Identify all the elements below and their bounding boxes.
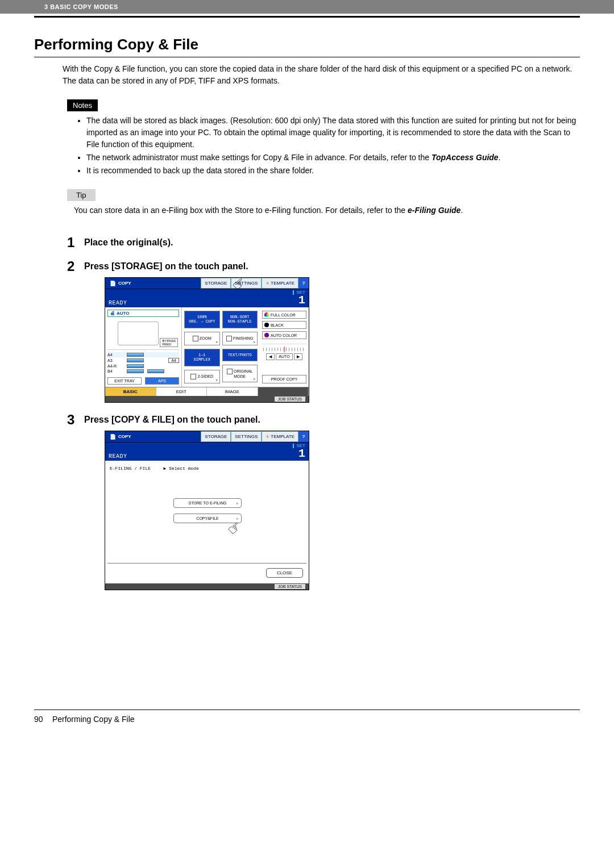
copy-mode-tab[interactable]: COPY	[105, 278, 136, 289]
store-to-efiling-button[interactable]: STORE TO E-FILING	[173, 498, 242, 508]
page-footer: 90 Performing Copy & File	[34, 710, 580, 724]
step-1: 1 Place the original(s).	[67, 236, 580, 249]
auto-color-button[interactable]: AUTO COLOR	[262, 331, 306, 339]
aps-button[interactable]: APS	[145, 377, 179, 385]
tray-row[interactable]: B4	[107, 369, 179, 374]
tray-row[interactable]: A4-R	[107, 364, 179, 369]
step-number: 2	[67, 260, 84, 273]
tip-label: Tip	[67, 189, 96, 201]
chapter-header: 3 BASIC COPY MODES	[0, 0, 614, 14]
status-ready: READY	[109, 300, 127, 306]
status-ready: READY	[109, 453, 127, 460]
density-auto-button[interactable]: AUTO	[276, 353, 292, 360]
density-slider[interactable]: ◀AUTO▶	[262, 344, 306, 360]
printer-icon	[107, 318, 179, 350]
density-left-icon[interactable]: ◀	[266, 353, 275, 360]
page-title: Performing Copy & File	[34, 21, 580, 57]
help-button[interactable]: ?	[298, 431, 309, 442]
step-2: 2 Press [STORAGE] on the touch panel. CO…	[67, 260, 580, 403]
settings-button[interactable]: SETTINGS	[231, 278, 262, 289]
copy-count: 1	[293, 295, 305, 306]
settings-button[interactable]: SETTINGS	[231, 431, 262, 442]
job-status-bar[interactable]: JOB STATUS	[105, 396, 309, 402]
two-sided-button[interactable]: 2-SIDED	[184, 370, 220, 383]
step-title: Press [STORAGE] on the touch panel.	[84, 261, 580, 272]
select-mode-label: Select mode	[164, 466, 199, 471]
copy-and-file-button[interactable]: COPY&FILE	[173, 514, 242, 523]
header-rule	[34, 16, 580, 18]
footer-title: Performing Copy & File	[52, 715, 135, 724]
step-title: Place the original(s).	[84, 237, 580, 248]
original-mode-button[interactable]: ORIGINAL MODE	[222, 365, 258, 382]
touch-panel-screenshot-1: COPY STORAGE SETTINGS TEMPLATE ? READY S…	[105, 277, 309, 403]
notes-list: The data will be stored as black images.…	[63, 115, 580, 177]
simplex-value: 1→1 SIMPLEX	[184, 349, 220, 366]
step-number: 3	[67, 413, 84, 427]
proof-copy-button[interactable]: PROOF COPY	[262, 375, 306, 383]
full-color-button[interactable]: FULL COLOR	[262, 311, 306, 319]
zoom-button[interactable]: ZOOM	[184, 332, 220, 345]
tip-text: You can store data in an e-Filing box wi…	[63, 205, 580, 216]
chapter-header-text: 3 BASIC COPY MODES	[10, 3, 614, 10]
finishing-button[interactable]: FINISHING	[222, 332, 258, 345]
black-button[interactable]: BLACK	[262, 321, 306, 329]
notes-label: Notes	[67, 99, 98, 111]
title-rule	[34, 57, 580, 57]
template-button[interactable]: TEMPLATE	[262, 278, 298, 289]
finishing-value: NON-SORT NON-STAPLE	[222, 311, 258, 328]
job-status-bar[interactable]: JOB STATUS	[105, 583, 309, 590]
template-button[interactable]: TEMPLATE	[262, 431, 298, 442]
density-right-icon[interactable]: ▶	[294, 353, 302, 360]
image-tab[interactable]: IMAGE	[207, 387, 258, 396]
basic-tab[interactable]: BASIC	[105, 387, 156, 396]
copy-count: 1	[293, 448, 305, 460]
zoom-value: 100% ORG. → COPY	[184, 311, 220, 328]
copy-mode-tab[interactable]: COPY	[105, 431, 136, 442]
close-button[interactable]: CLOSE	[266, 568, 303, 578]
tray-list: A4 A3A4 A4-R B4	[107, 352, 179, 374]
notes-item: The network administrator must make sett…	[86, 152, 580, 164]
page-number: 90	[34, 715, 50, 724]
notes-item: The data will be stored as black images.…	[86, 115, 580, 151]
step-number: 1	[67, 236, 84, 249]
step-title: Press [COPY & FILE] on the touch panel.	[84, 415, 580, 425]
storage-button[interactable]: STORAGE	[201, 278, 231, 289]
edit-tab[interactable]: EDIT	[156, 387, 208, 396]
intro-paragraph: With the Copy & File function, you can s…	[63, 63, 580, 87]
exit-tray-button[interactable]: EXIT TRAY	[107, 377, 142, 385]
storage-button[interactable]: STORAGE	[201, 431, 231, 442]
efiling-file-label: E-FILING / FILE	[110, 466, 151, 471]
touch-panel-screenshot-2: COPY STORAGE SETTINGS TEMPLATE ? READY S…	[105, 431, 309, 590]
tray-row[interactable]: A3A4	[107, 357, 179, 364]
step-3: 3 Press [COPY & FILE] on the touch panel…	[67, 413, 580, 590]
tray-row[interactable]: A4	[107, 352, 179, 357]
auto-paper-button[interactable]: AUTO	[107, 310, 179, 317]
text-photo-value: TEXT/PHOTO	[222, 349, 258, 361]
tab-spacer	[258, 387, 309, 396]
notes-item: It is recommended to back up the data st…	[86, 165, 580, 177]
help-button[interactable]: ?	[298, 278, 309, 289]
